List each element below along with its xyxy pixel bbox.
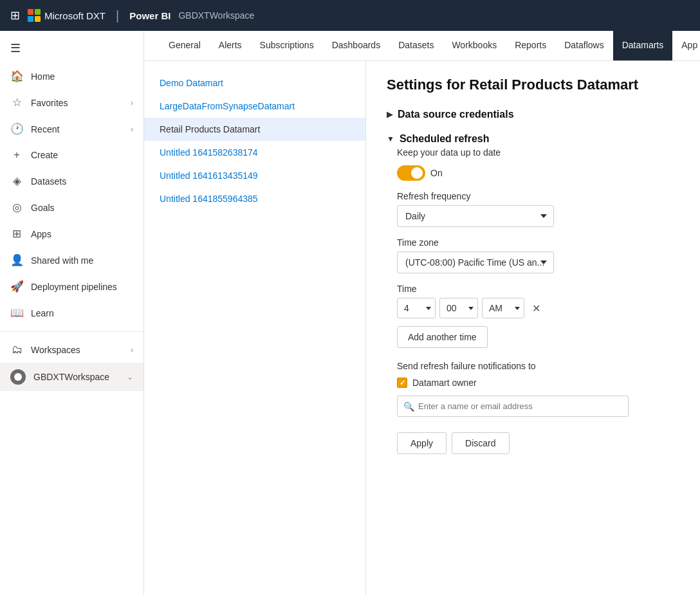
tab-workbooks[interactable]: Workbooks: [443, 31, 506, 60]
collapsed-arrow-icon: ▶: [387, 110, 392, 119]
sidebar-workspace-name-label: GBDXTWorkspace: [33, 372, 119, 382]
sidebar-create-label: Create: [31, 150, 133, 160]
sidebar-item-home[interactable]: 🏠 Home: [0, 63, 143, 89]
workspace-icon: [10, 369, 26, 385]
layout: ☰ 🏠 Home ☆ Favorites › 🕐 Recent › + Crea…: [0, 31, 700, 595]
datamart-owner-checkbox[interactable]: ✓: [397, 378, 407, 388]
goals-icon: ◎: [10, 201, 23, 214]
product-name: Power BI: [129, 10, 170, 21]
topbar-divider: |: [116, 8, 119, 23]
time-hour-select[interactable]: 4 123 567 8910 1112: [397, 298, 436, 318]
learn-icon: 📖: [10, 306, 23, 320]
topbar: ⊞ Microsoft DXT | Power BI GBDXTWorkspac…: [0, 0, 700, 31]
shared-icon: 👤: [10, 253, 23, 267]
tab-datasets[interactable]: Datasets: [389, 31, 443, 60]
email-search-input[interactable]: [397, 396, 629, 417]
data-source-credentials-accordion: ▶ Data source credentials: [387, 106, 679, 123]
sidebar-item-favorites[interactable]: ☆ Favorites ›: [0, 89, 143, 116]
logo-green: [35, 9, 41, 15]
list-item-untitled1[interactable]: Untitled 1641582638174: [144, 141, 365, 164]
sidebar-shared-label: Shared with me: [31, 255, 133, 266]
tab-general[interactable]: General: [160, 31, 210, 60]
recent-icon: 🕐: [10, 122, 23, 136]
toggle-slider: [397, 165, 425, 181]
hamburger-menu[interactable]: ☰: [0, 36, 143, 60]
sidebar-datasets-label: Datasets: [31, 176, 133, 187]
svg-point-0: [14, 373, 22, 381]
sidebar-item-create[interactable]: + Create: [0, 142, 143, 168]
sidebar-apps-label: Apps: [31, 229, 133, 239]
time-ampm-select[interactable]: AM PM: [482, 298, 524, 318]
time-label: Time: [397, 284, 679, 294]
sidebar-goals-label: Goals: [31, 203, 133, 213]
refresh-toggle[interactable]: [397, 165, 425, 181]
workspaces-icon: 🗂: [10, 343, 23, 356]
list-item-demo[interactable]: Demo Datamart: [144, 71, 365, 95]
sidebar-item-workspace-name[interactable]: GBDXTWorkspace ⌄: [0, 363, 143, 391]
scheduled-refresh-header[interactable]: ▼ Scheduled refresh: [387, 131, 679, 147]
content-area: Demo Datamart LargeDataFromSynapseDatama…: [144, 61, 700, 595]
chevron-right-icon3: ›: [131, 345, 133, 354]
email-search-container: 🔍: [397, 396, 629, 417]
tab-datamarts[interactable]: Datamarts: [613, 31, 673, 60]
apps-icon: ⊞: [10, 227, 23, 241]
chevron-right-icon: ›: [131, 98, 133, 107]
checkmark-icon: ✓: [400, 379, 405, 387]
refresh-frequency-select[interactable]: Daily Weekly: [397, 205, 554, 227]
list-item-large[interactable]: LargeDataFromSynapseDatamart: [144, 95, 365, 118]
list-item-untitled3[interactable]: Untitled 1641855964385: [144, 187, 365, 210]
logo-squares: [28, 9, 41, 22]
toggle-on-label: On: [430, 168, 443, 178]
logo-red: [28, 9, 33, 15]
list-item-retail[interactable]: Retail Products Datamart: [144, 118, 365, 141]
refresh-frequency-label: Refresh frequency: [397, 191, 679, 201]
send-notification-label: Send refresh failure notifications to: [397, 361, 679, 371]
logo-blue: [28, 16, 33, 22]
search-icon: 🔍: [403, 401, 414, 412]
sidebar-item-workspaces[interactable]: 🗂 Workspaces ›: [0, 337, 143, 363]
sidebar-item-datasets[interactable]: ◈ Datasets: [0, 168, 143, 194]
sidebar-item-recent[interactable]: 🕐 Recent ›: [0, 116, 143, 142]
data-source-credentials-header[interactable]: ▶ Data source credentials: [387, 106, 679, 123]
tab-alerts[interactable]: Alerts: [210, 31, 251, 60]
scheduled-refresh-label: Scheduled refresh: [400, 133, 490, 145]
sidebar-item-shared-with-me[interactable]: 👤 Shared with me: [0, 247, 143, 273]
time-row: 4 123 567 8910 1112 00 153045: [397, 298, 679, 318]
tabs-bar: General Alerts Subscriptions Dashboards …: [144, 31, 700, 61]
tab-reports[interactable]: Reports: [506, 31, 555, 60]
settings-panel: Settings for Retail Products Datamart ▶ …: [366, 61, 700, 595]
timezone-select[interactable]: (UTC-08:00) Pacific Time (US an... (UTC-…: [397, 252, 554, 273]
tab-dataflows[interactable]: Dataflows: [555, 31, 612, 60]
datasets-icon: ◈: [10, 174, 23, 188]
deployment-icon: 🚀: [10, 280, 23, 293]
main-content: General Alerts Subscriptions Dashboards …: [144, 31, 700, 595]
settings-title: Settings for Retail Products Datamart: [387, 77, 679, 93]
time-minute-select[interactable]: 00 153045: [439, 298, 478, 318]
remove-time-button[interactable]: ✕: [528, 301, 544, 316]
sidebar-recent-label: Recent: [31, 124, 123, 134]
sidebar-item-deployment-pipelines[interactable]: 🚀 Deployment pipelines: [0, 273, 143, 300]
create-icon: +: [10, 149, 23, 161]
discard-button[interactable]: Discard: [452, 432, 509, 454]
sidebar-home-label: Home: [31, 71, 133, 82]
tab-dashboards[interactable]: Dashboards: [323, 31, 390, 60]
tab-subscriptions[interactable]: Subscriptions: [251, 31, 323, 60]
keep-data-label: Keep your data up to date: [397, 147, 679, 158]
sidebar-item-apps[interactable]: ⊞ Apps: [0, 221, 143, 247]
sidebar-item-learn[interactable]: 📖 Learn: [0, 300, 143, 326]
sidebar-favorites-label: Favorites: [31, 98, 123, 108]
home-icon: 🏠: [10, 69, 23, 83]
action-buttons: Apply Discard: [397, 432, 679, 454]
sidebar-item-goals[interactable]: ◎ Goals: [0, 194, 143, 221]
grid-icon[interactable]: ⊞: [10, 8, 20, 23]
datamart-owner-label: Datamart owner: [412, 378, 477, 388]
sidebar-deployment-label: Deployment pipelines: [31, 282, 133, 292]
workspace-name: GBDXTWorkspace: [178, 10, 254, 21]
sidebar: ☰ 🏠 Home ☆ Favorites › 🕐 Recent › + Crea…: [0, 31, 144, 595]
chevron-down-icon: ⌄: [127, 372, 133, 381]
apply-button[interactable]: Apply: [397, 432, 447, 454]
sidebar-learn-label: Learn: [31, 308, 133, 318]
tab-app[interactable]: App: [672, 31, 700, 60]
list-item-untitled2[interactable]: Untitled 1641613435149: [144, 164, 365, 187]
add-another-time-button[interactable]: Add another time: [397, 326, 488, 348]
